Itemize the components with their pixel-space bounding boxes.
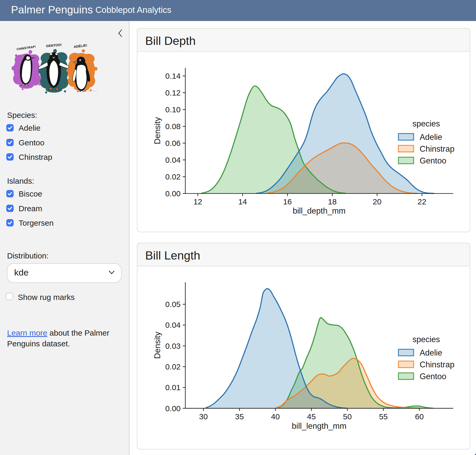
svg-text:0.06: 0.06 <box>165 139 181 147</box>
svg-text:0.05: 0.05 <box>165 300 181 309</box>
svg-text:Adelie: Adelie <box>420 133 442 142</box>
svg-text:Chinstrap: Chinstrap <box>420 360 455 369</box>
svg-text:ADÉLIE!: ADÉLIE! <box>74 43 88 49</box>
svg-text:0.14: 0.14 <box>165 72 181 80</box>
svg-text:Gentoo: Gentoo <box>420 156 446 165</box>
svg-text:30: 30 <box>199 412 208 421</box>
svg-text:Density: Density <box>153 332 162 359</box>
svg-text:Gentoo: Gentoo <box>420 372 446 381</box>
svg-text:Density: Density <box>153 117 162 144</box>
svg-text:50: 50 <box>343 412 352 421</box>
svg-text:Adelie: Adelie <box>420 348 442 357</box>
svg-text:20: 20 <box>373 197 381 206</box>
svg-text:GENTOO!: GENTOO! <box>46 43 62 48</box>
svg-text:0.00: 0.00 <box>165 189 181 198</box>
svg-text:bill_depth_mm: bill_depth_mm <box>293 206 346 215</box>
svg-text:0.08: 0.08 <box>165 122 181 131</box>
svg-text:0.12: 0.12 <box>165 88 181 97</box>
svg-text:0.00: 0.00 <box>165 404 181 413</box>
svg-text:22: 22 <box>418 197 426 206</box>
svg-text:allison horst: allison horst <box>88 90 97 92</box>
svg-text:35: 35 <box>235 412 244 421</box>
svg-text:0.04: 0.04 <box>165 321 181 329</box>
svg-text:bill_length_mm: bill_length_mm <box>292 421 347 431</box>
svg-text:0.02: 0.02 <box>165 362 181 371</box>
svg-text:species: species <box>412 119 440 128</box>
svg-text:55: 55 <box>379 412 388 421</box>
svg-text:0.03: 0.03 <box>165 342 181 350</box>
svg-text:12: 12 <box>193 197 202 206</box>
svg-text:CHINSTRAP!: CHINSTRAP! <box>17 45 36 51</box>
svg-text:0.10: 0.10 <box>165 105 181 114</box>
svg-text:40: 40 <box>271 412 280 421</box>
svg-text:0.02: 0.02 <box>165 172 181 181</box>
svg-text:0.04: 0.04 <box>165 156 181 164</box>
svg-text:45: 45 <box>307 412 316 421</box>
svg-text:60: 60 <box>415 412 424 421</box>
svg-text:18: 18 <box>328 197 337 206</box>
svg-text:0.01: 0.01 <box>165 383 181 392</box>
svg-text:Chinstrap: Chinstrap <box>420 144 455 154</box>
svg-text:14: 14 <box>238 197 247 206</box>
svg-text:species: species <box>412 335 440 344</box>
svg-text:16: 16 <box>283 197 292 206</box>
